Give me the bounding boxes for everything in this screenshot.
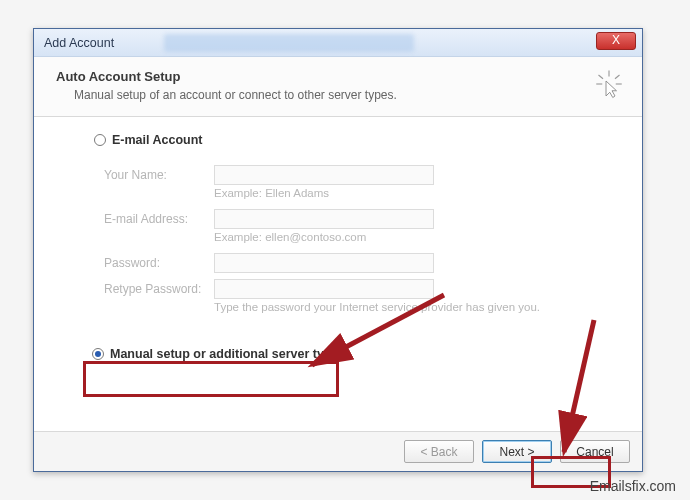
radio-email-account[interactable]: E-mail Account [94, 133, 618, 147]
password-hint: Type the password your Internet service … [214, 301, 618, 313]
radio-email-label: E-mail Account [112, 133, 203, 147]
email-example: Example: ellen@contoso.com [214, 231, 618, 243]
header-title: Auto Account Setup [56, 69, 397, 84]
password-input[interactable] [214, 253, 434, 273]
titlebar: Add Account X [34, 29, 642, 57]
titlebar-blur [164, 34, 414, 52]
add-account-dialog: Add Account X Auto Account Setup Manual … [33, 28, 643, 472]
next-button[interactable]: Next > [482, 440, 552, 463]
close-icon: X [612, 33, 620, 47]
your-name-input[interactable] [214, 165, 434, 185]
email-input[interactable] [214, 209, 434, 229]
your-name-label: Your Name: [104, 168, 204, 182]
password-label: Password: [104, 256, 204, 270]
radio-manual-setup[interactable]: Manual setup or additional server types [92, 347, 618, 361]
retype-password-label: Retype Password: [104, 282, 204, 296]
your-name-example: Example: Ellen Adams [214, 187, 618, 199]
radio-icon [94, 134, 106, 146]
cursor-sparkle-icon [594, 69, 624, 102]
svg-line-2 [615, 75, 620, 79]
header-subtitle: Manual setup of an account or connect to… [74, 88, 397, 102]
close-button[interactable]: X [596, 32, 636, 50]
wizard-header: Auto Account Setup Manual setup of an ac… [34, 57, 642, 117]
back-button[interactable]: < Back [404, 440, 474, 463]
cancel-button[interactable]: Cancel [560, 440, 630, 463]
wizard-buttons: < Back Next > Cancel [34, 431, 642, 471]
watermark: Emailsfix.com [590, 478, 676, 494]
field-password-row: Password: [104, 253, 618, 273]
retype-password-input[interactable] [214, 279, 434, 299]
field-email-row: E-mail Address: [104, 209, 618, 229]
svg-line-1 [599, 75, 604, 79]
radio-manual-label: Manual setup or additional server types [110, 347, 345, 361]
email-label: E-mail Address: [104, 212, 204, 226]
wizard-content: E-mail Account Your Name: Example: Ellen… [34, 117, 642, 445]
radio-icon [92, 348, 104, 360]
field-retype-row: Retype Password: [104, 279, 618, 299]
window-title: Add Account [44, 36, 114, 50]
field-your-name-row: Your Name: [104, 165, 618, 185]
